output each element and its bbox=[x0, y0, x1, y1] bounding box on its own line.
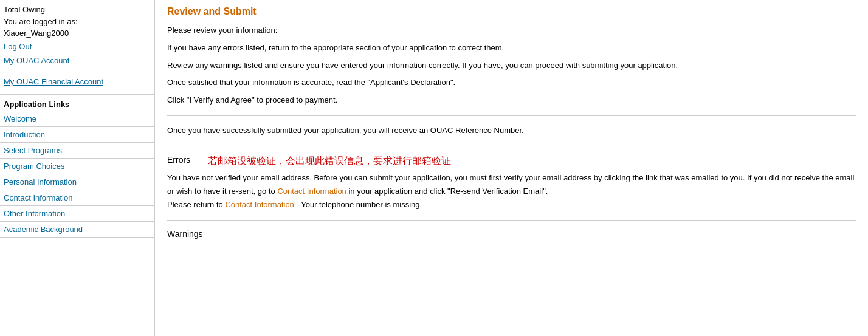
main-content: Review and Submit Please review your inf… bbox=[155, 0, 868, 336]
financial-account-section: My OUAC Financial Account bbox=[0, 70, 154, 94]
intro-p2: If you have any errors listed, return to… bbox=[167, 42, 856, 55]
logged-in-as-label: You are logged in as: bbox=[4, 16, 151, 28]
errors-body-text: You have not verified your email address… bbox=[167, 171, 856, 211]
sidebar-item-introduction[interactable]: Introduction bbox=[0, 127, 154, 143]
warnings-label: Warnings bbox=[167, 229, 856, 239]
sidebar-nav: WelcomeIntroductionSelect ProgramsProgra… bbox=[0, 111, 154, 238]
logout-link[interactable]: Log Out bbox=[4, 39, 151, 53]
intro-p5: Click "I Verify and Agree" to proceed to… bbox=[167, 94, 856, 107]
total-owing-section: Total Owing You are logged in as: Xiaoer… bbox=[0, 0, 154, 70]
errors-body-2: in your application and click "Re-send V… bbox=[348, 187, 548, 196]
sidebar-item-other-information[interactable]: Other Information bbox=[0, 206, 154, 222]
errors-label: Errors bbox=[167, 155, 201, 165]
sidebar: Total Owing You are logged in as: Xiaoer… bbox=[0, 0, 155, 336]
intro-p4: Once satisfied that your information is … bbox=[167, 77, 856, 89]
reference-number-text: Once you have successfully submitted you… bbox=[167, 125, 856, 137]
sidebar-item-select-programs[interactable]: Select Programs bbox=[0, 143, 154, 159]
intro-section: Please review your information: If you h… bbox=[167, 24, 856, 107]
sidebar-item-contact-information[interactable]: Contact Information bbox=[0, 190, 154, 206]
my-ouac-financial-link[interactable]: My OUAC Financial Account bbox=[4, 75, 151, 89]
sidebar-item-academic-background[interactable]: Academic Background bbox=[0, 222, 154, 238]
errors-section: Errors 若邮箱没被验证，会出现此错误信息，要求进行邮箱验证 You hav… bbox=[167, 155, 856, 211]
errors-contact-link-1[interactable]: Contact Information bbox=[277, 187, 346, 196]
sidebar-item-welcome[interactable]: Welcome bbox=[0, 111, 154, 127]
page-title: Review and Submit bbox=[167, 6, 856, 17]
errors-chinese-text: 若邮箱没被验证，会出现此错误信息，要求进行邮箱验证 bbox=[208, 155, 451, 168]
errors-header-row: Errors 若邮箱没被验证，会出现此错误信息，要求进行邮箱验证 bbox=[167, 155, 856, 168]
my-ouac-account-link[interactable]: My OUAC Account bbox=[4, 53, 151, 67]
divider-3 bbox=[167, 220, 856, 221]
errors-contact-link-2[interactable]: Contact Information bbox=[225, 200, 294, 209]
divider-1 bbox=[167, 115, 856, 116]
divider-2 bbox=[167, 146, 856, 146]
errors-body-4: - Your telephone number is missing. bbox=[296, 200, 422, 209]
sidebar-item-program-choices[interactable]: Program Choices bbox=[0, 159, 154, 174]
username-display: Xiaoer_Wang2000 bbox=[4, 27, 151, 39]
intro-p1: Please review your information: bbox=[167, 24, 856, 37]
errors-body-3: Please return to bbox=[167, 200, 223, 209]
application-links-header: Application Links bbox=[0, 95, 154, 111]
intro-p3: Review any warnings listed and ensure yo… bbox=[167, 60, 856, 72]
sidebar-item-personal-information[interactable]: Personal Information bbox=[0, 174, 154, 190]
total-owing-label: Total Owing bbox=[4, 4, 151, 16]
